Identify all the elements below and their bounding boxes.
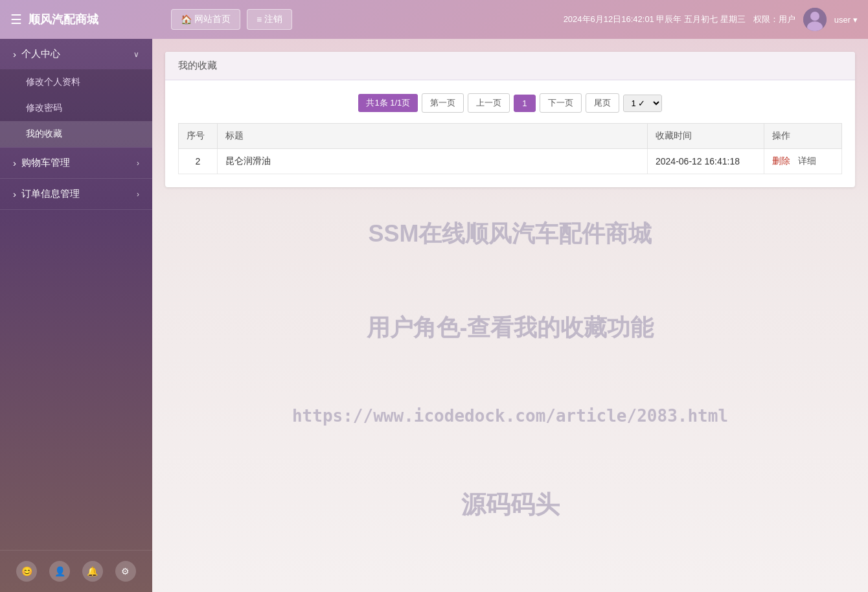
sidebar-personal-items: 修改个人资料 修改密码 我的收藏	[0, 69, 152, 147]
panel-body: 共1条 1/1页 第一页 上一页 1 下一页 尾页 1 ✓ 序号 标题	[165, 80, 855, 187]
current-page-button[interactable]: 1	[514, 95, 535, 112]
delete-action-link[interactable]: 删除	[772, 155, 790, 166]
sidebar-item-my-favorites[interactable]: 我的收藏	[0, 121, 152, 147]
sidebar-group-order-label: 订单信息管理	[21, 188, 80, 200]
avatar	[803, 8, 827, 31]
logout-nav-button[interactable]: ≡ 注销	[247, 9, 292, 30]
content-area: 我的收藏 共1条 1/1页 第一页 上一页 1 下一页 尾页 1 ✓	[152, 39, 868, 592]
user-dropdown[interactable]: user ▾	[834, 15, 858, 25]
home-icon: 🏠	[181, 14, 192, 25]
sidebar-smile-icon[interactable]: 😊	[16, 561, 37, 582]
detail-action-link[interactable]: 详细	[798, 155, 816, 166]
sidebar-group-cart-label: 购物车管理	[21, 157, 70, 169]
sidebar-bottom-icons: 😊 👤 🔔 ⚙	[0, 550, 152, 592]
table-row: 2 昆仑润滑油 2024-06-12 16:41:18 删除 详细	[179, 149, 842, 174]
chevron-right-icon: ›	[13, 49, 16, 60]
chevron-down-icon: ▾	[853, 15, 858, 25]
svg-point-1	[810, 12, 819, 21]
chevron-right-icon-cart: ›	[137, 159, 139, 168]
sidebar-item-edit-profile[interactable]: 修改个人资料	[0, 69, 152, 95]
page-title: 我的收藏	[178, 60, 217, 71]
panel-header: 我的收藏	[165, 52, 855, 80]
datetime-label: 2024年6月12日16:42:01 甲辰年 五月初七 星期三	[564, 14, 746, 25]
favorites-table: 序号 标题 收藏时间 操作 2 昆仑润滑油 2024-06-12 16:41:1…	[178, 123, 842, 174]
chevron-right-icon: ›	[13, 157, 16, 168]
sidebar-group-personal-label: 个人中心	[21, 48, 60, 60]
home-nav-button[interactable]: 🏠 网站首页	[171, 9, 240, 30]
pagination-bar: 共1条 1/1页 第一页 上一页 1 下一页 尾页 1 ✓	[178, 93, 842, 113]
sidebar-item-change-password[interactable]: 修改密码	[0, 95, 152, 121]
watermark-line2: 用户角色-查看我的收藏功能	[165, 281, 855, 375]
first-page-button[interactable]: 第一页	[422, 93, 464, 113]
row-seq: 2	[179, 149, 218, 174]
site-logo: 顺风汽配商城	[29, 12, 171, 27]
watermark-line4: 源码码头	[165, 457, 855, 552]
col-header-time: 收藏时间	[648, 124, 764, 149]
top-header: ☰ 顺风汽配商城 🏠 网站首页 ≡ 注销 2024年6月12日16:42:01 …	[0, 0, 868, 39]
watermark-line1: SSM在线顺风汽车配件商城	[165, 187, 855, 281]
sidebar-group-cart-header[interactable]: › 购物车管理 ›	[0, 148, 152, 178]
permission-label: 权限：用户	[753, 14, 795, 25]
page-total-info: 共1条 1/1页	[358, 94, 418, 112]
page-panel: 我的收藏 共1条 1/1页 第一页 上一页 1 下一页 尾页 1 ✓	[165, 52, 855, 187]
sidebar-group-order: › 订单信息管理 ›	[0, 179, 152, 210]
main-layout: › 个人中心 ∨ 修改个人资料 修改密码 我的收藏 › 购物车管理 ›	[0, 39, 868, 592]
chevron-down-icon: ∨	[133, 50, 139, 59]
sidebar-group-personal: › 个人中心 ∨ 修改个人资料 修改密码 我的收藏	[0, 39, 152, 148]
sidebar-group-cart: › 购物车管理 ›	[0, 148, 152, 179]
header-nav: 🏠 网站首页 ≡ 注销	[171, 9, 292, 30]
row-collect-time: 2024-06-12 16:41:18	[648, 149, 764, 174]
sidebar-settings-icon[interactable]: ⚙	[115, 561, 136, 582]
last-page-button[interactable]: 尾页	[586, 93, 619, 113]
col-header-title: 标题	[218, 124, 648, 149]
username-label: user	[834, 15, 851, 25]
sidebar-bell-icon[interactable]: 🔔	[82, 561, 103, 582]
watermark-overlay: SSM在线顺风汽车配件商城 用户角色-查看我的收藏功能 https://www.…	[165, 187, 855, 553]
list-icon: ≡	[257, 14, 262, 25]
hamburger-button[interactable]: ☰	[10, 12, 22, 27]
col-header-seq: 序号	[179, 124, 218, 149]
col-header-action: 操作	[764, 124, 842, 149]
chevron-right-icon: ›	[13, 188, 16, 199]
sidebar: › 个人中心 ∨ 修改个人资料 修改密码 我的收藏 › 购物车管理 ›	[0, 39, 152, 592]
row-actions: 删除 详细	[764, 149, 842, 174]
sidebar-group-personal-header[interactable]: › 个人中心 ∨	[0, 39, 152, 69]
next-page-button[interactable]: 下一页	[540, 93, 582, 113]
chevron-right-icon-order: ›	[137, 190, 139, 199]
per-page-select[interactable]: 1 ✓	[623, 95, 662, 112]
header-right: 2024年6月12日16:42:01 甲辰年 五月初七 星期三 权限：用户 us…	[564, 8, 858, 31]
sidebar-user-icon[interactable]: 👤	[49, 561, 70, 582]
prev-page-button[interactable]: 上一页	[468, 93, 510, 113]
sidebar-group-order-header[interactable]: › 订单信息管理 ›	[0, 179, 152, 209]
row-title: 昆仑润滑油	[218, 149, 648, 174]
watermark-line3: https://www.icodedock.com/article/2083.h…	[165, 375, 855, 457]
